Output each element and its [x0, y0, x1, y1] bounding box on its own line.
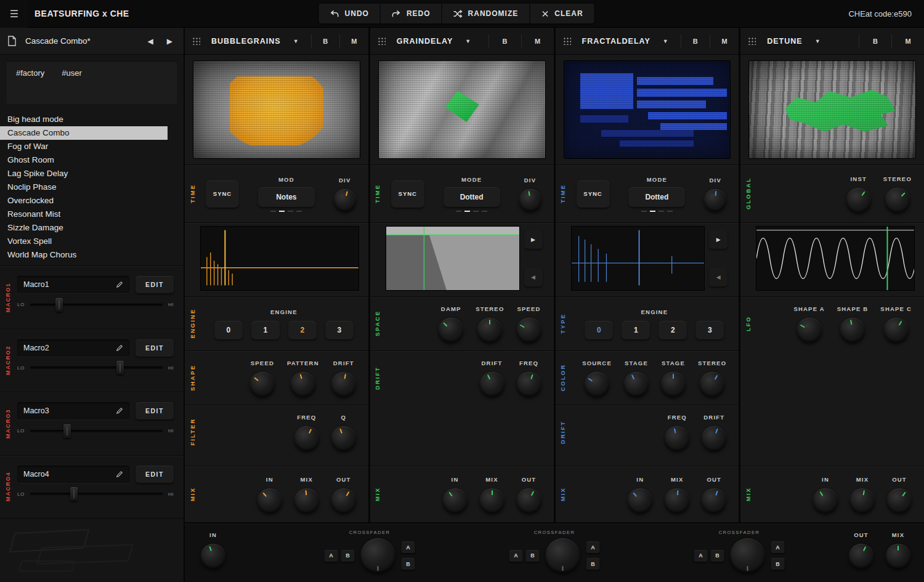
inst-knob[interactable] — [846, 188, 871, 212]
sync-button[interactable]: SYNC — [206, 180, 239, 208]
pencil-icon[interactable] — [116, 471, 123, 478]
div-knob[interactable] — [519, 189, 541, 211]
macro2-edit-button[interactable]: EDIT — [136, 339, 174, 357]
engine-button-3[interactable]: 3 — [695, 321, 724, 339]
drag-handle-icon[interactable] — [563, 37, 571, 45]
in-knob[interactable] — [628, 488, 652, 513]
hamburger-menu-button[interactable]: ☰ — [0, 0, 28, 28]
drift-knob[interactable] — [702, 426, 726, 451]
grain-envelope-graph[interactable] — [386, 227, 519, 290]
bypass-button[interactable]: B — [495, 33, 515, 49]
out-knob[interactable] — [702, 488, 726, 513]
mix-knob[interactable] — [294, 488, 319, 513]
engine-button-0-selected[interactable]: 0 — [585, 321, 613, 339]
stage2-knob[interactable] — [661, 372, 686, 397]
preset-item[interactable]: Vortex Spell — [0, 235, 184, 248]
engine-button-3[interactable]: 3 — [325, 321, 354, 339]
mix-knob[interactable] — [850, 488, 875, 513]
xfader-b-route-button[interactable]: B — [771, 558, 785, 570]
xfader-b-route-button[interactable]: B — [586, 558, 600, 570]
preset-name-field[interactable]: Cascade Combo* — [23, 36, 138, 46]
sync-button[interactable]: SYNC — [577, 180, 610, 208]
macro3-edit-button[interactable]: EDIT — [136, 402, 174, 419]
graph-next-button[interactable]: ▶ — [709, 230, 727, 249]
chevron-down-icon[interactable]: ▼ — [815, 38, 821, 44]
bypass-button[interactable]: B — [687, 33, 703, 49]
master-out-knob[interactable] — [849, 544, 873, 568]
graph-prev-button[interactable]: ◀ — [524, 268, 543, 286]
xfader-a-route-button[interactable]: A — [402, 541, 415, 553]
div-knob[interactable] — [334, 189, 356, 211]
crossfader-knob[interactable] — [731, 538, 765, 573]
preset-prev-button[interactable]: ◀ — [144, 34, 157, 48]
macro2-name-field[interactable]: Macro2 — [17, 339, 129, 357]
in-knob[interactable] — [813, 488, 838, 513]
engine-button-1[interactable]: 1 — [622, 321, 650, 339]
engine-button-2[interactable]: 2 — [659, 321, 687, 339]
drag-handle-icon[interactable] — [192, 37, 200, 45]
shape-b-knob[interactable] — [840, 318, 865, 342]
preset-item[interactable]: Resonant Mist — [0, 208, 184, 221]
preset-item[interactable]: Overclocked — [0, 194, 184, 208]
macro4-edit-button[interactable]: EDIT — [136, 466, 174, 483]
drag-handle-icon[interactable] — [378, 37, 386, 45]
engine-button-1[interactable]: 1 — [251, 321, 280, 339]
chevron-down-icon[interactable]: ▼ — [293, 38, 299, 44]
preset-item[interactable]: Noclip Phase — [0, 180, 184, 194]
macro1-slider[interactable] — [30, 304, 163, 306]
preset-item[interactable]: Ghost Room — [0, 153, 184, 167]
master-in-knob[interactable] — [201, 544, 225, 568]
stereo-knob[interactable] — [700, 372, 724, 397]
xfader-a-button[interactable]: A — [509, 550, 523, 562]
randomize-button[interactable]: RANDOMIZE — [442, 4, 530, 23]
xfader-a-route-button[interactable]: A — [771, 541, 785, 553]
mix-knob[interactable] — [665, 488, 689, 513]
source-knob[interactable] — [585, 372, 609, 397]
pencil-icon[interactable] — [116, 344, 123, 352]
preset-item[interactable]: World Map Chorus — [0, 248, 184, 262]
xfader-b-button[interactable]: B — [711, 550, 724, 562]
master-mix-knob[interactable] — [886, 544, 910, 568]
macro3-slider-thumb[interactable] — [63, 424, 71, 438]
bypass-button[interactable]: B — [865, 33, 885, 49]
sync-button[interactable]: SYNC — [391, 180, 424, 208]
mode-dropdown[interactable]: Notes — [258, 187, 315, 207]
chevron-down-icon[interactable]: ▼ — [663, 38, 668, 44]
lfo-waveform-graph[interactable] — [756, 227, 914, 290]
mix-knob[interactable] — [480, 488, 505, 513]
graph-next-button[interactable]: ▶ — [524, 230, 543, 249]
macro4-slider[interactable] — [30, 493, 163, 495]
grain-pattern-graph[interactable] — [201, 227, 359, 290]
macro2-slider[interactable] — [30, 366, 163, 369]
engine-button-0[interactable]: 0 — [214, 321, 243, 339]
freq-knob[interactable] — [665, 426, 689, 451]
mute-button[interactable]: M — [898, 33, 918, 49]
pencil-icon[interactable] — [116, 281, 123, 288]
out-knob[interactable] — [331, 488, 356, 513]
xfader-a-route-button[interactable]: A — [586, 541, 600, 553]
out-knob[interactable] — [517, 488, 541, 513]
xfader-b-button[interactable]: B — [341, 550, 355, 562]
stage-knob[interactable] — [624, 372, 649, 397]
tag-factory[interactable]: #factory — [16, 68, 44, 78]
preset-next-button[interactable]: ▶ — [163, 34, 176, 48]
preset-item[interactable]: Big head mode — [0, 113, 184, 126]
damp-knob[interactable] — [439, 318, 463, 342]
preset-item-selected[interactable]: Cascade Combo — [0, 126, 168, 140]
delay-tap-graph[interactable] — [572, 227, 705, 290]
pattern-knob[interactable] — [291, 372, 315, 397]
chevron-down-icon[interactable]: ▼ — [465, 38, 471, 44]
macro3-name-field[interactable]: Macro3 — [17, 402, 129, 419]
mute-button[interactable]: M — [716, 33, 732, 49]
in-knob[interactable] — [443, 488, 468, 513]
macro1-slider-thumb[interactable] — [55, 298, 63, 312]
div-knob[interactable] — [704, 189, 726, 211]
preset-item[interactable]: Sizzle Damage — [0, 221, 184, 235]
preset-item[interactable]: Fog of War — [0, 140, 184, 153]
clear-button[interactable]: CLEAR — [529, 4, 594, 23]
macro1-edit-button[interactable]: EDIT — [136, 276, 174, 293]
speed-knob[interactable] — [517, 318, 541, 342]
mute-button[interactable]: M — [528, 33, 548, 49]
mode-dropdown[interactable]: Dotted — [444, 187, 500, 207]
crossfader-knob[interactable] — [546, 538, 580, 573]
